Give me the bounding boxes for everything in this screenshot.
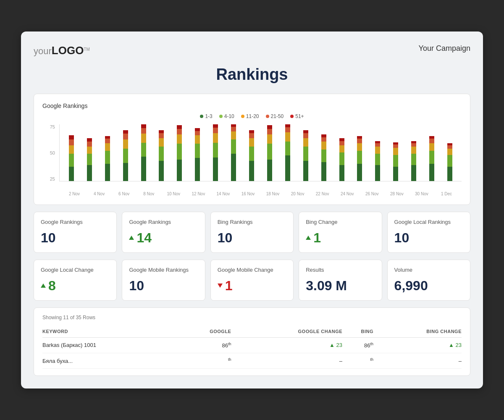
table-header: GOOGLE <box>177 326 231 338</box>
bar-segment <box>69 154 74 167</box>
bar-segment <box>105 164 110 181</box>
bar-segment <box>69 167 74 181</box>
bar-group <box>117 124 134 181</box>
x-axis-label: 20 Nov <box>286 192 310 196</box>
metric-card: Google Local Rankings10 <box>387 212 470 253</box>
bar-segment <box>411 147 416 154</box>
google-rank-cell: th <box>177 353 231 369</box>
bar-segment <box>357 143 362 151</box>
bing-change-cell: – <box>373 353 462 369</box>
bar-segment <box>213 133 218 143</box>
metric-label: Bing Change <box>306 219 375 225</box>
metric-label: Results <box>306 267 375 273</box>
metric-value-text: 10 <box>129 278 144 294</box>
bar-segment <box>357 139 362 143</box>
bar-segment <box>231 127 236 131</box>
arrow-down-icon <box>218 284 223 288</box>
logo-bold: LOGO <box>52 44 84 57</box>
bar-segment <box>393 148 398 155</box>
bar-segment <box>159 161 164 181</box>
bar-segment <box>123 163 128 181</box>
x-axis-label: 1 Dec <box>435 192 458 196</box>
bar-segment <box>159 133 164 138</box>
bar-segment <box>429 151 434 164</box>
bar-group <box>135 124 152 181</box>
bar-segment <box>303 133 308 138</box>
bar-segment <box>249 133 254 138</box>
metric-card: Volume6,990 <box>387 260 470 301</box>
metric-value: 14 <box>129 230 198 246</box>
bar-segment <box>285 142 290 155</box>
bar-segment <box>375 165 380 181</box>
bar-segment <box>87 165 92 181</box>
bar-segment <box>447 145 452 149</box>
metric-card: Google Mobile Change1 <box>210 260 294 301</box>
legend-dot <box>266 115 269 118</box>
chart-title: Google Rankings <box>42 102 462 109</box>
bar-group <box>81 124 98 181</box>
legend-label: 1-3 <box>205 113 212 119</box>
x-axis-label: 12 Nov <box>186 192 210 196</box>
metrics-row1: Google Rankings10Google Rankings14Bing R… <box>34 212 470 253</box>
table-row: Barkas (Баркас) 100186th▲ 2386th▲ 23 <box>42 337 462 353</box>
x-axis-label: 24 Nov <box>336 192 359 196</box>
x-axis-label: 14 Nov <box>211 192 235 196</box>
table-header: BING <box>342 326 373 338</box>
bar-segment <box>159 138 164 147</box>
bars-container <box>59 124 462 181</box>
logo-tm: TM <box>84 47 89 51</box>
bar-segment <box>141 157 146 181</box>
metric-value-text: 10 <box>41 230 56 246</box>
metric-value-text: 6,990 <box>394 278 428 294</box>
metric-label: Google Mobile Rankings <box>129 267 198 273</box>
x-axis-label: 8 Nov <box>137 192 160 196</box>
campaign-name: Your Campaign <box>419 44 470 53</box>
bar-segment <box>213 128 218 133</box>
metric-value: 10 <box>41 230 110 246</box>
bar-segment <box>285 124 290 128</box>
x-axis-label: 4 Nov <box>87 192 111 196</box>
bar-segment <box>267 144 272 159</box>
metric-card: Bing Rankings10 <box>210 212 294 253</box>
metric-value-text: 3.09 M <box>306 278 347 294</box>
bar-segment <box>411 165 416 181</box>
metric-value-text: 10 <box>218 230 233 246</box>
bar-segment <box>231 131 236 140</box>
bar-segment <box>195 158 200 181</box>
legend-label: 11-20 <box>246 113 259 119</box>
bar-segment <box>339 138 344 141</box>
bar-segment <box>141 134 146 142</box>
metric-value: 10 <box>218 230 286 246</box>
y-axis-label: 50 <box>50 150 55 155</box>
legend-label: 21-50 <box>271 113 284 119</box>
bar-group <box>441 124 458 181</box>
table-header: GOOGLE CHANGE <box>231 326 342 338</box>
bar-segment <box>123 139 128 149</box>
logo-your: your <box>34 46 52 56</box>
bar-segment <box>249 147 254 161</box>
bar-segment <box>141 128 146 134</box>
table-header: BING CHANGE <box>373 326 462 338</box>
metric-value: 8 <box>41 278 110 294</box>
x-axis-label: 18 Nov <box>261 192 285 196</box>
google-change-cell: – <box>231 353 342 369</box>
bar-segment <box>105 151 110 164</box>
bar-group <box>225 124 242 181</box>
bar-segment <box>393 144 398 148</box>
google-change-cell: ▲ 23 <box>231 337 342 353</box>
header: yourLOGOTM Your Campaign <box>34 44 470 57</box>
bar-segment <box>249 161 254 181</box>
x-axis-label: 16 Nov <box>236 192 260 196</box>
metric-label: Volume <box>394 267 463 273</box>
metric-card: Bing Change1 <box>299 212 382 253</box>
legend-dot <box>219 115 223 118</box>
metric-value-text: 8 <box>48 278 56 294</box>
bar-segment <box>213 158 218 181</box>
bar-segment <box>249 138 254 147</box>
metric-label: Google Local Rankings <box>394 219 463 225</box>
bar-segment <box>429 136 434 139</box>
bar-segment <box>393 167 398 181</box>
x-axis-label: 26 Nov <box>360 192 384 196</box>
bar-segment <box>321 162 326 181</box>
metric-card: Results3.09 M <box>299 260 382 301</box>
